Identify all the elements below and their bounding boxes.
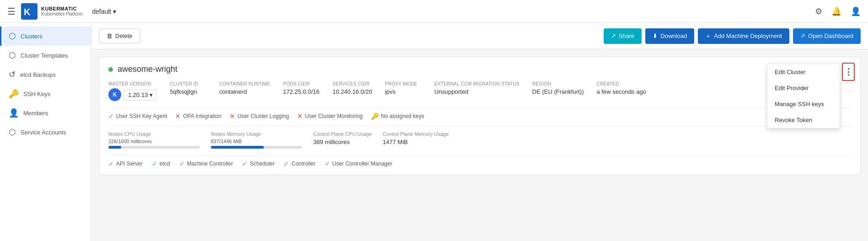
cluster-templates-icon: ⬡ bbox=[9, 50, 16, 60]
tag-no-assigned-keys: 🔑 No assigned keys bbox=[371, 112, 424, 120]
sidebar-item-service-accounts[interactable]: ⬡ Service Accounts bbox=[0, 123, 91, 142]
tag-label-no-keys: No assigned keys bbox=[381, 113, 424, 119]
dropdown-item-revoke-token[interactable]: Revoke Token bbox=[767, 112, 840, 128]
check-icon-machine-controller: ✓ bbox=[179, 160, 185, 167]
hamburger-menu[interactable]: ☰ bbox=[7, 6, 16, 17]
add-icon: ＋ bbox=[705, 32, 711, 40]
add-machine-label: Add Machine Deployment bbox=[714, 32, 782, 39]
delete-label: Delete bbox=[115, 32, 133, 39]
container-runtime-block: Container Runtime containerd bbox=[219, 81, 270, 95]
dropdown-item-edit-provider[interactable]: Edit Provider bbox=[767, 80, 840, 96]
dropdown-item-manage-ssh-keys[interactable]: Manage SSH keys bbox=[767, 96, 840, 112]
proxy-mode-value: ipvs bbox=[385, 88, 422, 95]
add-machine-deployment-button[interactable]: ＋ Add Machine Deployment bbox=[698, 28, 789, 44]
component-label-controller: Controller bbox=[291, 161, 315, 167]
control-plane-cpu-label: Control Plane CPU Usage bbox=[313, 131, 372, 137]
nodes-memory-progress-fill bbox=[211, 146, 264, 149]
check-icon-etcd: ✓ bbox=[152, 160, 157, 167]
cluster-section: ⋮ Edit Cluster Edit Provider Manage SSH … bbox=[91, 49, 868, 182]
context-dropdown-menu: Edit Cluster Edit Provider Manage SSH ke… bbox=[767, 64, 840, 129]
sidebar-label-cluster-templates: Cluster Templates bbox=[21, 52, 68, 59]
region-value: DE (EU (Frankfurt)) bbox=[532, 88, 584, 95]
container-runtime-value: containerd bbox=[219, 88, 270, 95]
download-label: Download bbox=[660, 32, 687, 39]
tag-opa-integration: ✕ OPA Integration bbox=[175, 112, 221, 120]
control-plane-memory-label: Control Plane Memory Usage bbox=[383, 131, 449, 137]
sidebar-label-clusters: Clusters bbox=[21, 33, 43, 40]
region-label: Region bbox=[532, 81, 584, 86]
tag-label-ssh: User SSH Key Agent bbox=[116, 113, 167, 119]
control-plane-cpu-block: Control Plane CPU Usage 389 millicores bbox=[313, 131, 372, 145]
sidebar-item-cluster-templates[interactable]: ⬡ Cluster Templates bbox=[0, 46, 91, 65]
cluster-id-value: 5qfksqjtgn bbox=[170, 88, 206, 95]
etcd-backups-icon: ↺ bbox=[9, 70, 16, 80]
external-ccm-block: External CCM Migration Status Unsupporte… bbox=[434, 81, 520, 95]
ssh-keys-icon: 🔑 bbox=[9, 89, 19, 99]
version-chevron-icon: ▾ bbox=[150, 91, 153, 98]
tags-row: ✓ User SSH Key Agent ✕ OPA Integration ✕… bbox=[108, 112, 851, 120]
open-dashboard-button[interactable]: ↗ Open Dashboard bbox=[793, 28, 861, 44]
toolbar: 🗑 Delete ↗ Share ⬇ Download ＋ Add Machin… bbox=[91, 23, 868, 49]
master-version-block: Master Version K 1.20.13 ▾ bbox=[108, 81, 157, 101]
download-icon: ⬇ bbox=[653, 32, 658, 39]
k8s-icon: K bbox=[108, 88, 121, 101]
proxy-mode-block: Proxy Mode ipvs bbox=[385, 81, 422, 95]
open-dashboard-label: Open Dashboard bbox=[808, 32, 853, 39]
brand-sub: Kubernetes Platform bbox=[41, 11, 83, 16]
check-icon-scheduler: ✓ bbox=[242, 160, 247, 167]
context-menu-button[interactable]: ⋮ bbox=[842, 63, 855, 81]
share-button[interactable]: ↗ Share bbox=[604, 28, 642, 44]
project-name: default bbox=[92, 8, 111, 15]
delete-button[interactable]: 🗑 Delete bbox=[99, 28, 140, 43]
tag-user-cluster-monitoring: ✕ User Cluster Monitoring bbox=[297, 112, 363, 120]
account-icon-btn[interactable]: 👤 bbox=[851, 6, 861, 16]
created-block: Created a few seconds ago bbox=[597, 81, 646, 95]
pods-cidr-value: 172.25.0.0/16 bbox=[283, 88, 320, 95]
tag-user-cluster-logging: ✕ User Cluster Logging bbox=[230, 112, 289, 120]
component-controller: ✓ Controller bbox=[284, 160, 315, 167]
nodes-cpu-progress-fill bbox=[108, 146, 121, 149]
created-label: Created bbox=[597, 81, 646, 86]
component-label-etcd: etcd bbox=[160, 161, 170, 167]
cluster-id-block: Cluster ID 5qfksqjtgn bbox=[170, 81, 206, 95]
cluster-name: awesome-wright bbox=[118, 64, 177, 74]
services-cidr-value: 10.240.16.0/20 bbox=[332, 88, 372, 95]
component-api-server: ✓ API Server bbox=[108, 160, 143, 167]
dropdown-item-edit-cluster[interactable]: Edit Cluster bbox=[767, 64, 840, 80]
share-icon: ↗ bbox=[611, 32, 616, 39]
nodes-cpu-label: Nodes CPU Usage bbox=[108, 131, 200, 137]
control-plane-memory-value: 1477 MiB bbox=[383, 139, 449, 145]
service-accounts-icon: ⬡ bbox=[9, 127, 16, 137]
services-cidr-block: Services CIDR 10.240.16.0/20 bbox=[332, 81, 372, 95]
tag-label-monitoring: User Cluster Monitoring bbox=[305, 113, 363, 119]
tag-user-ssh-key-agent: ✓ User SSH Key Agent bbox=[108, 112, 167, 120]
usage-row: Nodes CPU Usage 226/1600 millicores Node… bbox=[108, 131, 851, 149]
sidebar-item-members[interactable]: 👤 Members bbox=[0, 103, 91, 123]
share-label: Share bbox=[619, 32, 635, 39]
settings-icon-btn[interactable]: ⚙ bbox=[815, 6, 822, 16]
component-label-user-controller-manager: User Controller Manager bbox=[332, 161, 392, 167]
check-icon-api-server: ✓ bbox=[108, 160, 114, 167]
nav-right-icons: ⚙ 🔔 👤 bbox=[815, 6, 861, 16]
sidebar-item-clusters[interactable]: ⬡ Clusters bbox=[0, 27, 91, 46]
tag-label-logging: User Cluster Logging bbox=[237, 113, 289, 119]
cluster-info-grid: Master Version K 1.20.13 ▾ Cluster ID 5q bbox=[108, 81, 851, 101]
nodes-memory-progress-bar bbox=[211, 146, 302, 149]
pods-cidr-label: Pods CIDR bbox=[283, 81, 320, 86]
notifications-icon-btn[interactable]: 🔔 bbox=[831, 6, 841, 16]
sidebar-label-members: Members bbox=[23, 110, 48, 117]
external-ccm-label: External CCM Migration Status bbox=[434, 81, 520, 86]
x-icon-logging: ✕ bbox=[230, 112, 235, 120]
nodes-memory-label: Nodes Memory Usage bbox=[211, 131, 302, 137]
sidebar-label-service-accounts: Service Accounts bbox=[21, 129, 66, 136]
sidebar-item-etcd-backups[interactable]: ↺ etcd Backups bbox=[0, 65, 91, 84]
sidebar-item-ssh-keys[interactable]: 🔑 SSH Keys bbox=[0, 84, 91, 103]
tag-label-opa: OPA Integration bbox=[183, 113, 221, 119]
check-icon-user-controller-manager: ✓ bbox=[325, 160, 330, 167]
project-selector[interactable]: default ▾ bbox=[92, 8, 116, 15]
cluster-status-dot bbox=[108, 67, 113, 72]
component-label-api-server: API Server bbox=[116, 161, 143, 167]
container-runtime-label: Container Runtime bbox=[219, 81, 270, 86]
download-button[interactable]: ⬇ Download bbox=[645, 28, 694, 44]
master-version-selector[interactable]: 1.20.13 ▾ bbox=[124, 89, 157, 101]
